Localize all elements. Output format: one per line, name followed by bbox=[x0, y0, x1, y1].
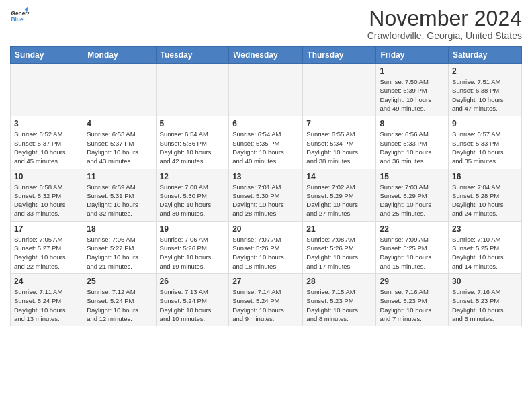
day-number: 18 bbox=[87, 224, 152, 234]
day-info: Sunrise: 7:15 AM Sunset: 5:23 PM Dayligh… bbox=[306, 287, 372, 323]
calendar-cell: 25Sunrise: 7:12 AM Sunset: 5:24 PM Dayli… bbox=[83, 273, 156, 326]
calendar-cell: 1Sunrise: 7:50 AM Sunset: 6:39 PM Daylig… bbox=[376, 64, 449, 116]
calendar-header-row: SundayMondayTuesdayWednesdayThursdayFrid… bbox=[11, 47, 522, 64]
day-number: 29 bbox=[380, 277, 445, 286]
col-header-thursday: Thursday bbox=[303, 47, 376, 64]
day-number: 17 bbox=[14, 224, 79, 234]
day-info: Sunrise: 7:07 AM Sunset: 5:26 PM Dayligh… bbox=[232, 235, 299, 271]
day-info: Sunrise: 7:11 AM Sunset: 5:24 PM Dayligh… bbox=[14, 287, 79, 323]
title-block: November 2024 Crawfordville, Georgia, Un… bbox=[367, 7, 522, 41]
day-info: Sunrise: 7:08 AM Sunset: 5:26 PM Dayligh… bbox=[306, 235, 372, 271]
day-number: 6 bbox=[232, 119, 299, 128]
day-number: 21 bbox=[306, 224, 372, 234]
day-number: 23 bbox=[452, 224, 518, 234]
day-number: 2 bbox=[452, 66, 518, 76]
calendar-cell bbox=[229, 64, 303, 116]
day-number: 8 bbox=[380, 119, 445, 128]
day-number: 14 bbox=[306, 172, 372, 181]
calendar-row-0: 1Sunrise: 7:50 AM Sunset: 6:39 PM Daylig… bbox=[11, 64, 522, 116]
calendar-cell bbox=[11, 64, 83, 116]
calendar-cell: 14Sunrise: 7:02 AM Sunset: 5:29 PM Dayli… bbox=[303, 169, 376, 221]
day-number: 1 bbox=[380, 66, 445, 76]
day-number: 15 bbox=[380, 172, 445, 181]
col-header-wednesday: Wednesday bbox=[229, 47, 303, 64]
calendar-cell: 28Sunrise: 7:15 AM Sunset: 5:23 PM Dayli… bbox=[303, 273, 376, 326]
day-number: 30 bbox=[452, 277, 518, 286]
day-info: Sunrise: 7:04 AM Sunset: 5:28 PM Dayligh… bbox=[452, 183, 518, 218]
day-number: 20 bbox=[232, 224, 299, 234]
day-info: Sunrise: 6:58 AM Sunset: 5:32 PM Dayligh… bbox=[14, 183, 79, 218]
calendar-cell bbox=[303, 64, 376, 116]
calendar-cell: 16Sunrise: 7:04 AM Sunset: 5:28 PM Dayli… bbox=[449, 169, 522, 221]
day-number: 28 bbox=[306, 277, 372, 286]
day-info: Sunrise: 7:16 AM Sunset: 5:23 PM Dayligh… bbox=[452, 287, 518, 323]
day-number: 25 bbox=[87, 277, 152, 286]
calendar-row-1: 3Sunrise: 6:52 AM Sunset: 5:37 PM Daylig… bbox=[11, 116, 522, 169]
day-number: 4 bbox=[87, 119, 152, 128]
day-number: 9 bbox=[452, 119, 518, 128]
calendar-cell: 8Sunrise: 6:56 AM Sunset: 5:33 PM Daylig… bbox=[376, 116, 449, 169]
day-number: 5 bbox=[160, 119, 226, 128]
col-header-monday: Monday bbox=[83, 47, 156, 64]
day-info: Sunrise: 7:50 AM Sunset: 6:39 PM Dayligh… bbox=[380, 77, 445, 113]
calendar-cell: 9Sunrise: 6:57 AM Sunset: 5:33 PM Daylig… bbox=[449, 116, 522, 169]
day-number: 10 bbox=[14, 172, 79, 181]
col-header-saturday: Saturday bbox=[449, 47, 522, 64]
day-number: 7 bbox=[306, 119, 372, 128]
calendar-cell: 15Sunrise: 7:03 AM Sunset: 5:29 PM Dayli… bbox=[376, 169, 449, 221]
day-number: 3 bbox=[14, 119, 79, 128]
calendar-cell: 7Sunrise: 6:55 AM Sunset: 5:34 PM Daylig… bbox=[303, 116, 376, 169]
day-info: Sunrise: 7:00 AM Sunset: 5:30 PM Dayligh… bbox=[160, 183, 226, 218]
day-info: Sunrise: 7:05 AM Sunset: 5:27 PM Dayligh… bbox=[14, 235, 79, 271]
logo: GeneralBlue General Blue bbox=[10, 7, 29, 26]
calendar-cell: 2Sunrise: 7:51 AM Sunset: 6:38 PM Daylig… bbox=[449, 64, 522, 116]
main-title: November 2024 bbox=[367, 7, 522, 30]
page: GeneralBlue General Blue November 2024 C… bbox=[0, 0, 532, 336]
calendar-cell: 3Sunrise: 6:52 AM Sunset: 5:37 PM Daylig… bbox=[11, 116, 83, 169]
day-info: Sunrise: 7:14 AM Sunset: 5:24 PM Dayligh… bbox=[232, 287, 299, 323]
day-info: Sunrise: 6:55 AM Sunset: 5:34 PM Dayligh… bbox=[306, 130, 372, 165]
day-info: Sunrise: 7:06 AM Sunset: 5:27 PM Dayligh… bbox=[87, 235, 152, 271]
day-info: Sunrise: 6:52 AM Sunset: 5:37 PM Dayligh… bbox=[14, 130, 79, 165]
day-info: Sunrise: 7:09 AM Sunset: 5:25 PM Dayligh… bbox=[380, 235, 445, 271]
calendar-cell: 6Sunrise: 6:54 AM Sunset: 5:35 PM Daylig… bbox=[229, 116, 303, 169]
day-info: Sunrise: 6:57 AM Sunset: 5:33 PM Dayligh… bbox=[452, 130, 518, 165]
calendar-cell: 26Sunrise: 7:13 AM Sunset: 5:24 PM Dayli… bbox=[156, 273, 229, 326]
day-info: Sunrise: 6:54 AM Sunset: 5:36 PM Dayligh… bbox=[160, 130, 226, 165]
day-number: 24 bbox=[14, 277, 79, 286]
day-number: 13 bbox=[232, 172, 299, 181]
day-number: 27 bbox=[232, 277, 299, 286]
calendar-cell: 22Sunrise: 7:09 AM Sunset: 5:25 PM Dayli… bbox=[376, 221, 449, 273]
calendar-row-2: 10Sunrise: 6:58 AM Sunset: 5:32 PM Dayli… bbox=[11, 169, 522, 221]
calendar-row-3: 17Sunrise: 7:05 AM Sunset: 5:27 PM Dayli… bbox=[11, 221, 522, 273]
day-info: Sunrise: 7:02 AM Sunset: 5:29 PM Dayligh… bbox=[306, 183, 372, 218]
calendar-cell: 24Sunrise: 7:11 AM Sunset: 5:24 PM Dayli… bbox=[11, 273, 83, 326]
calendar-cell: 17Sunrise: 7:05 AM Sunset: 5:27 PM Dayli… bbox=[11, 221, 83, 273]
calendar-table: SundayMondayTuesdayWednesdayThursdayFrid… bbox=[10, 46, 522, 326]
calendar-cell bbox=[83, 64, 156, 116]
calendar-cell: 19Sunrise: 7:06 AM Sunset: 5:26 PM Dayli… bbox=[156, 221, 229, 273]
day-number: 19 bbox=[160, 224, 226, 234]
calendar-cell: 27Sunrise: 7:14 AM Sunset: 5:24 PM Dayli… bbox=[229, 273, 303, 326]
day-info: Sunrise: 7:16 AM Sunset: 5:23 PM Dayligh… bbox=[380, 287, 445, 323]
day-info: Sunrise: 7:51 AM Sunset: 6:38 PM Dayligh… bbox=[452, 77, 518, 113]
svg-text:Blue: Blue bbox=[11, 16, 23, 23]
calendar-cell: 11Sunrise: 6:59 AM Sunset: 5:31 PM Dayli… bbox=[83, 169, 156, 221]
subtitle: Crawfordville, Georgia, United States bbox=[367, 30, 522, 41]
calendar-cell: 21Sunrise: 7:08 AM Sunset: 5:26 PM Dayli… bbox=[303, 221, 376, 273]
calendar-cell: 30Sunrise: 7:16 AM Sunset: 5:23 PM Dayli… bbox=[449, 273, 522, 326]
day-info: Sunrise: 6:54 AM Sunset: 5:35 PM Dayligh… bbox=[232, 130, 299, 165]
col-header-sunday: Sunday bbox=[11, 47, 83, 64]
logo-icon: GeneralBlue bbox=[10, 7, 29, 26]
day-info: Sunrise: 6:59 AM Sunset: 5:31 PM Dayligh… bbox=[87, 183, 152, 218]
calendar-cell: 10Sunrise: 6:58 AM Sunset: 5:32 PM Dayli… bbox=[11, 169, 83, 221]
day-number: 26 bbox=[160, 277, 226, 286]
header: GeneralBlue General Blue November 2024 C… bbox=[10, 7, 522, 41]
calendar-cell: 18Sunrise: 7:06 AM Sunset: 5:27 PM Dayli… bbox=[83, 221, 156, 273]
calendar-cell: 23Sunrise: 7:10 AM Sunset: 5:25 PM Dayli… bbox=[449, 221, 522, 273]
col-header-friday: Friday bbox=[376, 47, 449, 64]
day-info: Sunrise: 7:10 AM Sunset: 5:25 PM Dayligh… bbox=[452, 235, 518, 271]
calendar-cell: 13Sunrise: 7:01 AM Sunset: 5:30 PM Dayli… bbox=[229, 169, 303, 221]
calendar-cell: 5Sunrise: 6:54 AM Sunset: 5:36 PM Daylig… bbox=[156, 116, 229, 169]
calendar-row-4: 24Sunrise: 7:11 AM Sunset: 5:24 PM Dayli… bbox=[11, 273, 522, 326]
